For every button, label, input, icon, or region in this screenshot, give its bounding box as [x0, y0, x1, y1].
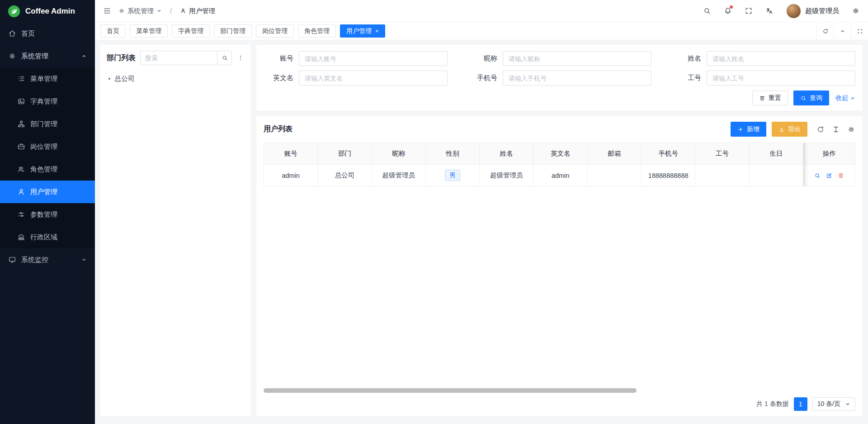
field-label: 姓名 — [671, 54, 701, 63]
col-english-name: 英文名 — [533, 143, 587, 165]
position-badge-icon — [17, 143, 25, 151]
table-refresh-icon[interactable] — [816, 125, 825, 133]
edit-icon[interactable] — [826, 172, 832, 179]
view-detail-icon[interactable] — [814, 172, 821, 179]
collapse-label: 收起 — [835, 94, 848, 102]
col-birthday: 生日 — [749, 143, 803, 165]
menu-collapse-icon[interactable] — [103, 7, 111, 15]
query-button-label: 查询 — [810, 94, 822, 102]
search-filter-panel: 账号 昵称 姓名 英文名 — [256, 45, 863, 111]
user-menu[interactable]: 超级管理员 — [786, 4, 839, 19]
field-phone: 手机号 — [467, 71, 651, 86]
translate-icon[interactable] — [765, 7, 774, 15]
col-email: 邮箱 — [587, 143, 641, 165]
name-input[interactable] — [707, 51, 855, 66]
breadcrumb-system-management[interactable]: 系统管理 — [118, 7, 162, 15]
sidebar-item-role-management[interactable]: 角色管理 — [0, 158, 95, 181]
search-icon[interactable] — [703, 7, 711, 15]
department-search-button[interactable] — [217, 51, 232, 65]
tab-home[interactable]: 首页 — [100, 24, 126, 38]
cell-account: admin — [264, 165, 318, 186]
org-tree-icon — [17, 120, 25, 128]
right-column: 账号 昵称 姓名 英文名 — [256, 45, 863, 416]
tab-post-management[interactable]: 岗位管理 — [256, 24, 294, 38]
gender-tag: 男 — [445, 170, 460, 181]
field-label: 手机号 — [467, 74, 497, 82]
tab-label: 字典管理 — [178, 27, 203, 35]
department-search-input[interactable] — [140, 51, 217, 65]
page-content: 部门列表 总公司 账号 — [95, 40, 868, 424]
cell-actions — [803, 165, 855, 186]
field-work-no: 工号 — [671, 71, 855, 86]
app-logo: Coffee Admin — [0, 0, 95, 22]
tab-menu-management[interactable]: 菜单管理 — [130, 24, 168, 38]
sliders-icon — [17, 210, 25, 219]
tab-label: 角色管理 — [304, 27, 330, 35]
fullscreen-icon[interactable] — [745, 7, 753, 15]
row-height-icon[interactable] — [832, 125, 840, 133]
sidebar-item-label: 用户管理 — [30, 188, 57, 196]
chevron-down-icon — [845, 401, 850, 407]
field-label: 工号 — [671, 74, 701, 82]
reset-button-label: 重置 — [769, 94, 781, 102]
english-name-input[interactable] — [299, 71, 448, 86]
sidebar-item-home[interactable]: 首页 — [0, 22, 95, 45]
work-no-input[interactable] — [707, 71, 855, 86]
notification-badge-dot — [730, 5, 733, 9]
refresh-icon — [822, 28, 829, 34]
sidebar-item-system-management[interactable]: 系统管理 — [0, 45, 95, 67]
more-vertical-icon[interactable] — [236, 55, 245, 61]
main-area: 系统管理 / 用户管理 超级管理员 首页 菜 — [95, 0, 868, 424]
sidebar-item-param-management[interactable]: 参数管理 — [0, 203, 95, 226]
collapse-filters-link[interactable]: 收起 — [835, 94, 855, 102]
sidebar-submenu-system: 菜单管理 字典管理 部门管理 岗位管理 角色管理 用户管理 — [0, 67, 95, 248]
caret-right-icon[interactable] — [107, 76, 112, 81]
export-button[interactable]: 导出 — [772, 122, 807, 137]
breadcrumb-label: 用户管理 — [189, 7, 215, 15]
nickname-input[interactable] — [503, 51, 651, 66]
delete-icon[interactable] — [838, 172, 844, 179]
sidebar: Coffee Admin 首页 系统管理 菜单管理 字典管理 部门管理 — [0, 0, 95, 424]
notification-bell-icon[interactable] — [724, 7, 732, 15]
scrollbar-thumb[interactable] — [264, 388, 637, 393]
sidebar-item-post-management[interactable]: 岗位管理 — [0, 135, 95, 158]
department-search — [140, 51, 232, 65]
tab-label: 菜单管理 — [136, 27, 161, 35]
page-number-button[interactable]: 1 — [794, 397, 807, 411]
sidebar-item-menu-management[interactable]: 菜单管理 — [0, 67, 95, 90]
bank-building-icon — [17, 233, 25, 241]
sidebar-item-system-monitor[interactable]: 系统监控 — [0, 248, 95, 271]
sidebar-item-user-management[interactable]: 用户管理 — [0, 181, 95, 203]
cell-birthday — [749, 165, 803, 186]
account-input[interactable] — [299, 51, 448, 66]
tab-options-button[interactable] — [834, 22, 851, 40]
user-list-title: 用户列表 — [264, 124, 292, 134]
sidebar-item-dict-management[interactable]: 字典管理 — [0, 90, 95, 113]
tab-dept-management[interactable]: 部门管理 — [214, 24, 252, 38]
tab-role-management[interactable]: 角色管理 — [298, 24, 336, 38]
content-fullscreen-icon — [857, 28, 863, 34]
add-user-button[interactable]: 新增 — [731, 122, 766, 137]
content-fullscreen-button[interactable] — [851, 22, 868, 40]
phone-input[interactable] — [503, 71, 651, 86]
tab-user-management[interactable]: 用户管理 × — [340, 24, 385, 38]
breadcrumb-separator: / — [170, 7, 172, 14]
query-button[interactable]: 查询 — [793, 91, 829, 105]
settings-gear-icon[interactable] — [852, 7, 860, 15]
breadcrumb-user-management[interactable]: 用户管理 — [180, 7, 215, 15]
tree-node-head-office[interactable]: 总公司 — [107, 72, 245, 86]
tab-close-icon[interactable]: × — [375, 28, 379, 34]
table-settings-gear-icon[interactable] — [847, 125, 855, 133]
tab-refresh-button[interactable] — [816, 22, 834, 40]
sidebar-item-dept-management[interactable]: 部门管理 — [0, 113, 95, 135]
tab-dict-management[interactable]: 字典管理 — [172, 24, 210, 38]
user-table: 账号 部门 昵称 性别 姓名 英文名 邮箱 手机号 工号 生日 操作 — [264, 143, 855, 186]
col-department: 部门 — [318, 143, 372, 165]
user-name: 超级管理员 — [805, 7, 839, 15]
chevron-up-icon — [850, 95, 855, 101]
cell-work-no — [695, 165, 749, 186]
sidebar-item-admin-region[interactable]: 行政区域 — [0, 226, 95, 248]
reset-button[interactable]: 重置 — [752, 91, 788, 105]
table-empty-space — [264, 186, 855, 388]
page-size-select[interactable]: 10 条/页 — [812, 397, 855, 411]
